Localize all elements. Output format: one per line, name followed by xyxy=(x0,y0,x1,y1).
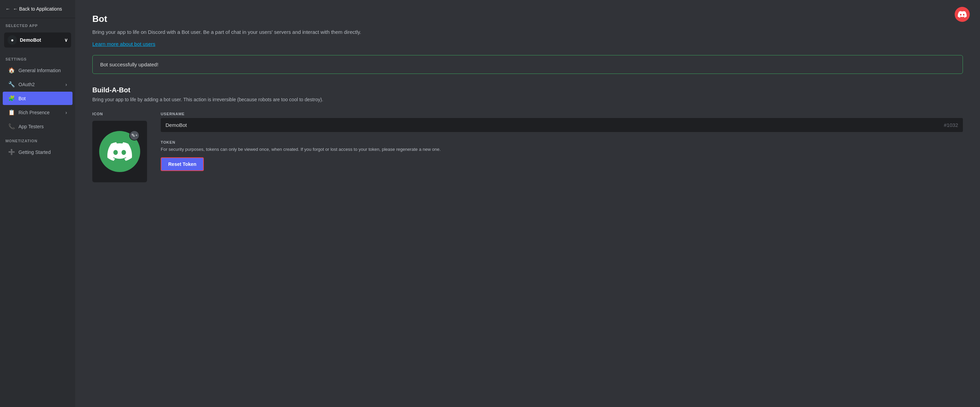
back-to-applications-button[interactable]: ← ← Back to Applications xyxy=(0,0,75,18)
build-a-bot-grid: ICON ✎ + USERNAME DemoBot #1032 TOKE xyxy=(92,112,963,182)
sidebar-item-general-information[interactable]: 🏠 General Information xyxy=(3,64,73,77)
sidebar-item-app-testers[interactable]: 📞 App Testers xyxy=(3,120,73,133)
page-title: Bot xyxy=(92,14,963,24)
nav-left: 📞 App Testers xyxy=(8,123,44,130)
sidebar-item-oauth2[interactable]: 🔧 OAuth2 › xyxy=(3,78,73,91)
bot-discord-icon xyxy=(107,142,132,161)
edit-icon-badge[interactable]: ✎ + xyxy=(129,130,140,141)
sidebar-item-getting-started[interactable]: ➕ Getting Started xyxy=(3,145,73,159)
discriminator: #1032 xyxy=(944,122,958,128)
sidebar-item-label: OAuth2 xyxy=(19,82,35,87)
nav-left: ➕ Getting Started xyxy=(8,149,51,155)
build-a-bot-description: Bring your app to life by adding a bot u… xyxy=(92,97,963,102)
nav-left: 🏠 General Information xyxy=(8,67,61,73)
page-description: Bring your app to life on Discord with a… xyxy=(92,29,400,36)
back-label: ← Back to Applications xyxy=(13,6,62,12)
avatar: ● xyxy=(8,35,17,45)
sidebar-item-label: General Information xyxy=(19,68,61,73)
selected-app-dropdown[interactable]: ● DemoBot ∨ xyxy=(4,32,71,48)
sidebar-item-label: Getting Started xyxy=(19,149,51,155)
back-arrow-icon: ← xyxy=(5,6,10,12)
sidebar-item-rich-presence[interactable]: 📋 Rich Presence › xyxy=(3,106,73,119)
selected-app-container: ● DemoBot ∨ xyxy=(0,30,75,52)
success-message: Bot successfully updated! xyxy=(100,62,158,67)
icon-field-label: ICON xyxy=(92,112,147,116)
bot-icon-wrapper: ✎ + xyxy=(92,121,147,182)
nav-left: 🔧 OAuth2 xyxy=(8,81,35,87)
selected-app-left: ● DemoBot xyxy=(8,35,41,45)
username-value: DemoBot xyxy=(165,122,187,128)
list-icon: 📋 xyxy=(8,109,15,116)
sidebar-item-label: App Testers xyxy=(19,124,44,129)
discord-icon xyxy=(958,11,967,18)
username-row: DemoBot #1032 xyxy=(161,118,963,132)
learn-more-link[interactable]: Learn more about bot users xyxy=(92,41,155,47)
nav-left: 🧩 Bot xyxy=(8,95,25,102)
phone-icon: 📞 xyxy=(8,123,15,130)
settings-section-label: SETTINGS xyxy=(0,52,75,63)
selected-app-name: DemoBot xyxy=(20,37,41,43)
monetization-section-label: MONETIZATION xyxy=(0,134,75,145)
main-content: Bot Bring your app to life on Discord wi… xyxy=(75,0,980,407)
selected-app-section-label: SELECTED APP xyxy=(0,18,75,30)
chevron-right-icon: › xyxy=(65,110,67,115)
wrench-icon: 🔧 xyxy=(8,81,15,87)
token-description: For security purposes, tokens can only b… xyxy=(161,146,963,153)
discord-logo xyxy=(955,7,970,22)
icon-section: ICON ✎ + xyxy=(92,112,147,182)
build-a-bot-title: Build-A-Bot xyxy=(92,86,963,94)
reset-token-button[interactable]: Reset Token xyxy=(161,157,204,171)
success-banner: Bot successfully updated! xyxy=(92,55,963,74)
puzzle-icon: 🧩 xyxy=(8,95,15,102)
sidebar-item-label: Rich Presence xyxy=(19,110,49,115)
sidebar-item-label: Bot xyxy=(19,96,25,101)
plus-icon: + xyxy=(135,134,137,137)
nav-left: 📋 Rich Presence xyxy=(8,109,49,116)
username-field-label: USERNAME xyxy=(161,112,963,116)
plus-icon: ➕ xyxy=(8,149,15,155)
edit-icon: ✎ xyxy=(131,133,135,138)
token-field-label: TOKEN xyxy=(161,140,963,144)
home-icon: 🏠 xyxy=(8,67,15,73)
sidebar-item-bot[interactable]: 🧩 Bot xyxy=(3,92,73,105)
sidebar: ← ← Back to Applications SELECTED APP ● … xyxy=(0,0,75,407)
chevron-down-icon: ∨ xyxy=(64,37,68,43)
username-section: USERNAME DemoBot #1032 TOKEN For securit… xyxy=(161,112,963,171)
chevron-right-icon: › xyxy=(65,82,67,87)
